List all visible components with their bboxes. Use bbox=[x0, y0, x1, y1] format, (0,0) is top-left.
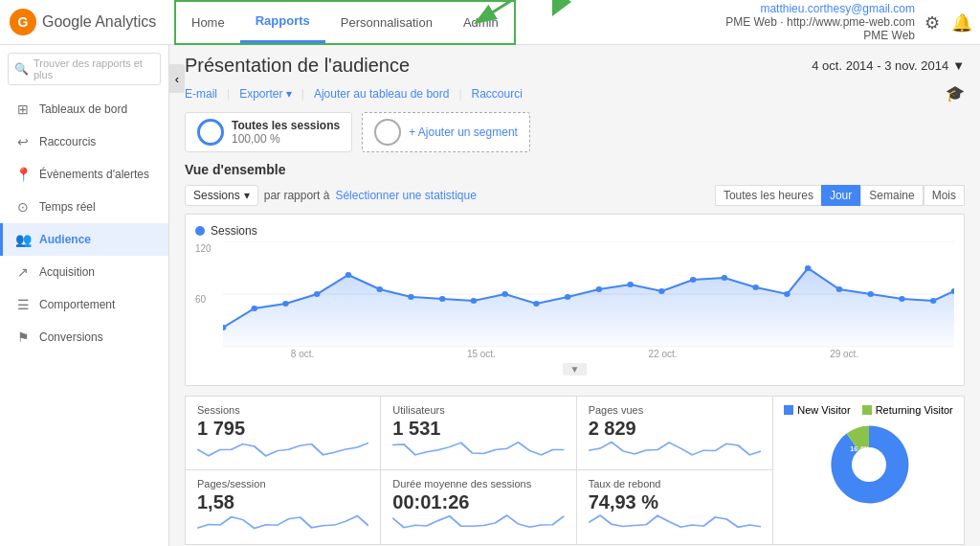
date-range-picker[interactable]: 4 oct. 2014 - 3 nov. 2014 ▼ bbox=[812, 58, 965, 73]
segment-bar: Toutes les sessions 100,00 % + Ajouter u… bbox=[185, 112, 965, 152]
par-rapport-label: par rapport à bbox=[264, 189, 330, 202]
chart-legend: Sessions bbox=[195, 224, 954, 238]
stats-grid: Sessions 1 795 Utilisateurs 1 531 Pages … bbox=[185, 396, 773, 545]
stat-value: 74,93 % bbox=[589, 491, 761, 513]
nav-tab-personnalisation[interactable]: Personnalisation bbox=[325, 2, 448, 43]
export-button[interactable]: Exporter ▾ bbox=[239, 87, 292, 101]
sessions-dropdown[interactable]: Sessions ▾ bbox=[185, 185, 258, 206]
svg-point-6 bbox=[282, 301, 289, 307]
sidebar-item-comportement[interactable]: ☰Comportement bbox=[0, 288, 168, 321]
email-button[interactable]: E-mail bbox=[185, 87, 217, 101]
segment-circle bbox=[197, 119, 224, 146]
notifications-icon[interactable]: 🔔 bbox=[951, 12, 970, 32]
action-bar: E-mail | Exporter ▾ | Ajouter au tableau… bbox=[185, 84, 965, 102]
stat-mini-chart bbox=[197, 440, 368, 459]
x-labels: 8 oct.15 oct.22 oct.29 oct. bbox=[195, 349, 954, 359]
pie-legend-color bbox=[862, 405, 872, 415]
pie-chart-panel: New VisitorReturning Visitor 16.4% bbox=[773, 396, 965, 545]
sidebar-item-temps-rel[interactable]: ⊙Temps réel bbox=[0, 191, 168, 223]
stat-mini-chart bbox=[589, 440, 761, 459]
sidebar-item-acquisition[interactable]: ↗Acquisition bbox=[0, 256, 168, 288]
controls-bar: Sessions ▾ par rapport à Sélectionner un… bbox=[185, 185, 965, 206]
stat-box-5: Taux de rebond 74,93 % bbox=[577, 470, 772, 544]
y-label-mid: 60 bbox=[195, 294, 219, 305]
stats-section: Sessions 1 795 Utilisateurs 1 531 Pages … bbox=[185, 396, 965, 545]
stat-label: Sessions bbox=[197, 404, 368, 416]
time-btn-semaine[interactable]: Semaine bbox=[860, 185, 923, 206]
sidebar-item-vnements-dalertes[interactable]: 📍Évènements d'alertes bbox=[0, 158, 168, 191]
sidebar-label: Audience bbox=[39, 233, 91, 246]
chart-area: Sessions 120 60 bbox=[185, 214, 965, 386]
sidebar-label: Acquisition bbox=[39, 265, 95, 279]
stat-box-0: Sessions 1 795 bbox=[186, 397, 381, 470]
vue-section: Vue d'ensemble Sessions ▾ par rapport à … bbox=[185, 162, 965, 386]
nav-tab-admin[interactable]: Admin bbox=[448, 2, 514, 43]
sidebar: 🔍 Trouver des rapports et plus ⊞Tableaux… bbox=[0, 45, 169, 546]
pie-legend-color bbox=[784, 405, 793, 415]
sidebar-label: Conversions bbox=[39, 330, 103, 344]
add-segment-button[interactable]: + Ajouter un segment bbox=[362, 112, 530, 152]
sidebar-icon: 👥 bbox=[14, 232, 32, 247]
segment-pill[interactable]: Toutes les sessions 100,00 % bbox=[185, 112, 352, 152]
stat-mini-chart bbox=[197, 513, 368, 533]
svg-point-18 bbox=[658, 288, 665, 294]
stat-box-2: Pages vues 2 829 bbox=[577, 397, 772, 470]
time-btn-mois[interactable]: Mois bbox=[924, 185, 965, 206]
stat-mini-chart bbox=[589, 513, 761, 533]
stat-mini-chart bbox=[392, 440, 564, 459]
nav-tab-home[interactable]: Home bbox=[176, 2, 240, 43]
line-chart-svg bbox=[223, 241, 954, 347]
search-placeholder: Trouver des rapports et plus bbox=[33, 57, 154, 80]
search-box[interactable]: 🔍 Trouver des rapports et plus bbox=[8, 53, 161, 85]
svg-point-12 bbox=[471, 298, 478, 304]
header: G Google Analytics HomeRapportsPersonnal… bbox=[0, 0, 980, 45]
stat-value: 1 795 bbox=[197, 418, 368, 440]
chart-scroll-chevron[interactable]: ▼ bbox=[563, 363, 588, 375]
svg-point-17 bbox=[627, 282, 634, 287]
user-account: PME Web bbox=[725, 29, 915, 42]
sidebar-collapse-button[interactable]: ‹ bbox=[169, 64, 185, 93]
sidebar-icon: ⚑ bbox=[14, 330, 32, 345]
legend-label: Sessions bbox=[211, 224, 257, 238]
stat-value: 1 531 bbox=[392, 418, 564, 440]
sidebar-icon: 📍 bbox=[14, 167, 32, 182]
sidebar-item-tableaux-de-bord[interactable]: ⊞Tableaux de bord bbox=[0, 93, 168, 125]
nav-tab-rapports[interactable]: Rapports bbox=[240, 2, 325, 43]
header-user: matthieu.corthesy@gmail.com PME Web · ht… bbox=[725, 2, 915, 42]
sidebar-item-conversions[interactable]: ⚑Conversions bbox=[0, 321, 168, 353]
settings-icon[interactable]: ⚙ bbox=[924, 12, 944, 32]
pie-legend-label: New Visitor bbox=[797, 404, 850, 416]
time-btn-toutes-les-heures[interactable]: Toutes les heures bbox=[715, 185, 821, 206]
y-label-max: 120 bbox=[195, 243, 219, 254]
x-label: 22 oct. bbox=[649, 349, 678, 359]
svg-point-11 bbox=[439, 296, 446, 302]
page-title: Présentation de l'audience bbox=[185, 55, 410, 77]
stat-label: Utilisateurs bbox=[392, 404, 564, 416]
pie-legend: New VisitorReturning Visitor bbox=[784, 404, 953, 416]
svg-point-23 bbox=[805, 265, 812, 271]
add-dashboard-button[interactable]: Ajouter au tableau de bord bbox=[314, 87, 449, 101]
search-icon: 🔍 bbox=[14, 62, 29, 76]
time-btn-jour[interactable]: Jour bbox=[821, 185, 860, 206]
segment-info: Toutes les sessions 100,00 % bbox=[232, 119, 340, 146]
stat-value: 00:01:26 bbox=[392, 491, 564, 513]
grad-icon[interactable]: 🎓 bbox=[946, 84, 965, 102]
stat-value: 2 829 bbox=[589, 418, 761, 440]
sidebar-icon: ↗ bbox=[14, 264, 32, 280]
sidebar-item-raccourcis[interactable]: ↩Raccourcis bbox=[0, 125, 168, 158]
svg-point-7 bbox=[314, 291, 321, 297]
main-content: Présentation de l'audience 4 oct. 2014 -… bbox=[169, 45, 980, 546]
shortcut-button[interactable]: Raccourci bbox=[472, 87, 523, 101]
select-statistic[interactable]: Sélectionner une statistique bbox=[335, 189, 476, 202]
sidebar-icon: ☰ bbox=[14, 297, 32, 312]
svg-point-8 bbox=[345, 272, 352, 278]
stat-mini-chart bbox=[392, 513, 564, 533]
svg-text:16.4%: 16.4% bbox=[850, 444, 870, 453]
sidebar-item-audience[interactable]: 👥Audience bbox=[0, 223, 168, 256]
x-label: 8 oct. bbox=[291, 349, 314, 359]
section-title: Vue d'ensemble bbox=[185, 162, 965, 177]
svg-point-20 bbox=[722, 275, 728, 281]
svg-point-13 bbox=[501, 291, 508, 297]
sidebar-label: Temps réel bbox=[39, 200, 96, 214]
segment-name: Toutes les sessions bbox=[232, 119, 340, 132]
